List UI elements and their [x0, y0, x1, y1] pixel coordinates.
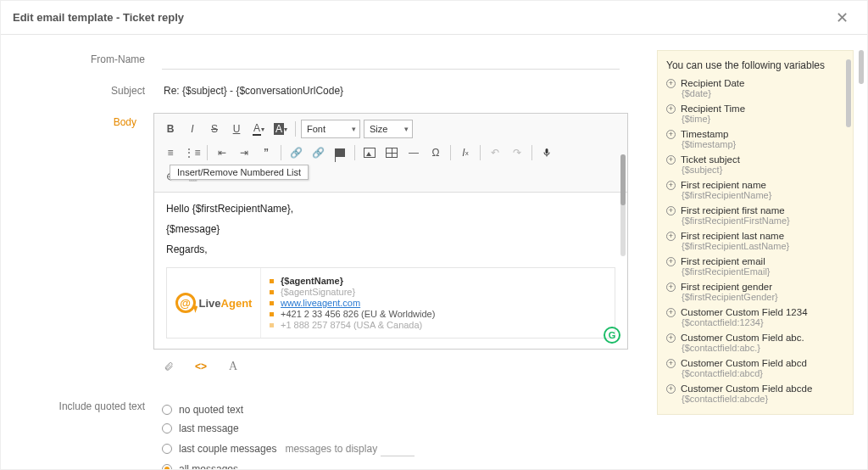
- bg-color-button[interactable]: A▾: [270, 120, 291, 138]
- strike-button[interactable]: S: [204, 120, 225, 138]
- outdent-button[interactable]: ⇤: [212, 143, 232, 162]
- variable-label: First recipient email: [681, 256, 765, 266]
- plus-icon: +: [666, 384, 676, 394]
- table-icon: [386, 148, 398, 158]
- messages-count-input[interactable]: [381, 441, 415, 456]
- variable-token: {$timestamp}: [682, 139, 844, 149]
- plus-icon: +: [666, 206, 676, 215]
- redo-button[interactable]: ↷: [507, 143, 527, 162]
- rich-text-editor: B I S U A▾ A▾ Font Size ≡: [153, 113, 628, 350]
- variable-item[interactable]: +First recipient name{$firstRecipientNam…: [666, 180, 844, 200]
- variable-item[interactable]: +Customer Custom Field 1234{$contactfiel…: [666, 307, 844, 327]
- dialog-title: Edit email template - Ticket reply: [13, 11, 184, 24]
- italic-button[interactable]: I: [182, 120, 203, 138]
- sig-agent-name: {$agentName}: [281, 276, 343, 286]
- plus-icon: +: [666, 155, 676, 165]
- radio-label: last couple messages: [179, 443, 276, 455]
- image-button[interactable]: [359, 143, 380, 162]
- anchor-button[interactable]: [330, 143, 350, 162]
- variable-token: {$firstRecipientName}: [682, 190, 844, 200]
- variable-token: {$date}: [682, 88, 844, 98]
- page-scrollbar-thumb[interactable]: [859, 50, 864, 84]
- link-button[interactable]: 🔗: [286, 143, 306, 162]
- from-name-input[interactable]: [162, 50, 620, 70]
- from-name-label: From-Name: [1, 50, 162, 70]
- plus-icon: +: [666, 283, 676, 292]
- variable-label: Customer Custom Field abc.: [681, 333, 804, 343]
- image-icon: [364, 148, 376, 158]
- liveagent-logo: @ LiveAgent: [175, 293, 253, 313]
- variable-item[interactable]: +Ticket subject{$subject}: [666, 154, 844, 175]
- variable-label: Customer Custom Field 1234: [681, 307, 808, 317]
- plus-icon: +: [666, 333, 676, 343]
- remove-format-button[interactable]: Ix: [455, 143, 476, 162]
- variable-item[interactable]: +First recipient first name{$firstRecipi…: [666, 205, 844, 226]
- editor-toolbar: B I S U A▾ A▾ Font Size ≡: [154, 114, 627, 193]
- body-line: Hello {$firstRecipientName},: [166, 203, 615, 215]
- plus-icon: +: [666, 130, 676, 139]
- editor-textarea[interactable]: Hello {$firstRecipientName}, {$message} …: [154, 193, 627, 349]
- size-select[interactable]: Size: [364, 120, 413, 138]
- special-char-button[interactable]: Ω: [426, 143, 446, 162]
- variable-token: {$contactfield:1234}: [682, 317, 844, 327]
- grammarly-icon[interactable]: G: [604, 327, 620, 344]
- variable-token: {$firstRecipientLastName}: [682, 241, 844, 251]
- radio-no-quoted[interactable]: [162, 405, 172, 415]
- sig-phone: +1 888 257 8754 (USA & Canada): [281, 320, 422, 330]
- font-select[interactable]: Font: [301, 120, 360, 138]
- variable-item[interactable]: +First recipient last name{$firstRecipie…: [666, 231, 844, 251]
- sig-phone: +421 2 33 456 826 (EU & Worldwide): [281, 309, 435, 319]
- subject-input[interactable]: Re: {$subject} - {$conversationUrlCode}: [162, 81, 620, 101]
- radio-last-couple[interactable]: [162, 444, 172, 454]
- sig-agent-signature: {$agentSignature}: [281, 287, 355, 297]
- toolbar-tooltip: Insert/Remove Numbered List: [170, 165, 309, 180]
- close-icon[interactable]: ✕: [829, 5, 855, 31]
- variable-item[interactable]: +First recipient email{$firstRecipientEm…: [666, 256, 844, 277]
- variable-item[interactable]: +Customer Custom Field abc.{$contactfiel…: [666, 333, 844, 353]
- indent-button[interactable]: ⇥: [234, 143, 254, 162]
- sig-url[interactable]: www.liveagent.com: [281, 298, 360, 308]
- hr-button[interactable]: ―: [403, 143, 424, 162]
- variable-token: {$contactfield:abc.}: [682, 343, 844, 353]
- variable-item[interactable]: +Customer Custom Field abcd{$contactfiel…: [666, 358, 844, 378]
- variable-label: First recipient name: [681, 180, 766, 190]
- variable-label: First recipient last name: [681, 231, 784, 241]
- variable-token: {$contactfield:abcde}: [682, 394, 844, 404]
- radio-last-message[interactable]: [162, 423, 172, 434]
- plus-icon: +: [666, 79, 676, 88]
- body-line: {$message}: [166, 223, 615, 235]
- numbered-list-button[interactable]: ≡: [160, 143, 181, 162]
- plus-icon: +: [666, 359, 676, 368]
- variable-token: {$firstRecipientGender}: [682, 292, 844, 302]
- dialog-header: Edit email template - Ticket reply ✕: [1, 1, 867, 35]
- variable-item[interactable]: +Customer Custom Field abcde{$contactfie…: [666, 383, 844, 404]
- body-label: Body: [1, 113, 153, 375]
- underline-button[interactable]: U: [226, 120, 247, 138]
- variable-label: Customer Custom Field abcd: [681, 358, 807, 368]
- html-source-button[interactable]: <>: [192, 358, 209, 375]
- unlink-button[interactable]: 🔗: [308, 143, 328, 162]
- vars-scrollbar-thumb[interactable]: [846, 59, 851, 127]
- subject-label: Subject: [1, 81, 162, 101]
- variables-title: You can use the following variables: [666, 59, 844, 71]
- table-button[interactable]: [381, 143, 402, 162]
- variable-token: {$time}: [682, 114, 844, 124]
- variable-token: {$firstRecipientFirstName}: [682, 215, 844, 226]
- variable-item[interactable]: +Recipient Time{$time}: [666, 104, 844, 124]
- attachment-button[interactable]: [160, 358, 177, 375]
- undo-button[interactable]: ↶: [485, 143, 505, 162]
- variable-token: {$firstRecipientEmail}: [682, 266, 844, 277]
- blockquote-button[interactable]: ”: [256, 143, 276, 162]
- variable-item[interactable]: +Recipient Date{$date}: [666, 78, 844, 98]
- editor-scrollbar-thumb[interactable]: [620, 154, 626, 205]
- plus-icon: +: [666, 308, 676, 317]
- variable-item[interactable]: +First recipient gender{$firstRecipientG…: [666, 282, 844, 302]
- bold-button[interactable]: B: [160, 120, 181, 138]
- text-color-button[interactable]: A▾: [248, 120, 269, 138]
- radio-all-messages[interactable]: [162, 464, 172, 469]
- variable-token: {$contactfield:abcd}: [682, 368, 844, 378]
- mic-button[interactable]: [537, 143, 557, 162]
- bullet-list-button[interactable]: ⋮≡: [182, 143, 203, 162]
- variable-item[interactable]: +Timestamp{$timestamp}: [666, 129, 844, 149]
- text-format-button[interactable]: A: [225, 358, 242, 375]
